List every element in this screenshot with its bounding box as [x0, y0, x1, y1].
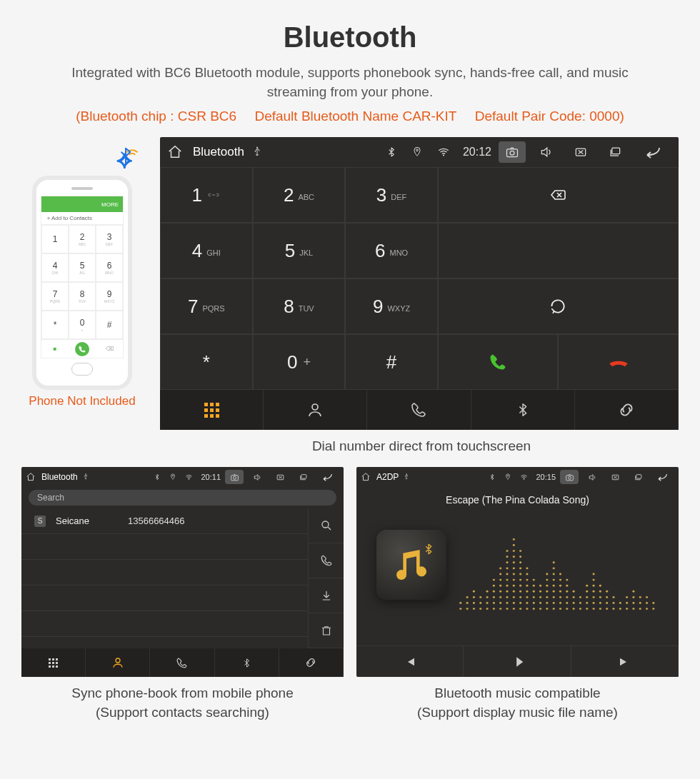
svg-point-116	[566, 608, 568, 610]
svg-point-164	[639, 596, 641, 598]
dial-key-0[interactable]: 0+	[253, 334, 346, 390]
svg-point-104	[553, 585, 555, 587]
tab-bluetooth[interactable]	[471, 390, 575, 430]
close-app-icon[interactable]	[567, 141, 594, 163]
home-icon[interactable]	[26, 472, 37, 482]
svg-point-41	[506, 596, 508, 598]
dial-key-9[interactable]: 9WXYZ	[345, 278, 438, 334]
hangup-button[interactable]	[558, 334, 679, 390]
visualizer	[456, 523, 664, 613]
svg-point-26	[493, 602, 495, 604]
screenshot-icon[interactable]	[560, 470, 579, 484]
home-icon[interactable]	[167, 144, 186, 160]
svg-point-168	[652, 608, 654, 610]
redial-button[interactable]	[438, 278, 679, 334]
status-title: Bluetooth	[193, 145, 244, 159]
status-bar: Bluetooth 20:12	[160, 137, 679, 167]
recents-icon[interactable]	[629, 470, 647, 484]
backspace-button[interactable]	[438, 167, 679, 223]
dial-key-hash[interactable]: #	[345, 334, 438, 390]
svg-point-51	[513, 602, 515, 604]
dial-key-7[interactable]: 7PQRS	[160, 278, 253, 334]
empty-cell[interactable]	[438, 223, 679, 278]
next-button[interactable]	[571, 646, 679, 677]
tab-pair[interactable]	[575, 390, 679, 430]
svg-point-91	[539, 590, 541, 593]
volume-icon[interactable]	[583, 470, 601, 484]
svg-point-143	[599, 596, 601, 598]
svg-point-112	[559, 590, 561, 593]
search-input[interactable]: Search	[29, 490, 336, 506]
svg-point-69	[519, 573, 521, 576]
side-down-icon[interactable]	[308, 578, 344, 613]
back-icon[interactable]	[316, 470, 339, 484]
svg-point-22	[486, 602, 489, 604]
svg-point-158	[632, 608, 634, 610]
tab-calls[interactable]	[367, 390, 471, 430]
svg-point-66	[519, 590, 521, 593]
volume-icon[interactable]	[533, 141, 560, 163]
svg-point-129	[586, 608, 588, 610]
back-icon[interactable]	[651, 470, 674, 484]
tab-dialpad[interactable]	[21, 648, 86, 677]
svg-point-108	[553, 562, 555, 564]
svg-point-48	[506, 556, 508, 558]
svg-point-120	[566, 585, 568, 587]
home-icon[interactable]	[361, 472, 372, 482]
dial-key-2[interactable]: 2ABC	[253, 167, 346, 223]
dial-key-3[interactable]: 3DEF	[345, 167, 438, 223]
phone-key: 4GHI	[41, 253, 69, 282]
dial-key-4[interactable]: 4GHI	[160, 223, 253, 278]
svg-point-13	[466, 596, 469, 598]
dial-key-6[interactable]: 6MNO	[345, 223, 438, 278]
contact-row[interactable]: S Seicane 13566664466	[21, 508, 308, 534]
svg-point-98	[546, 579, 548, 581]
dial-key-8[interactable]: 8TUV	[253, 278, 346, 334]
play-button[interactable]	[464, 646, 571, 677]
side-search-icon[interactable]	[308, 508, 344, 543]
svg-point-31	[499, 608, 501, 610]
spec-name: Default Bluetooth Name CAR-KIT	[254, 109, 456, 124]
headunit-contacts: Bluetooth 20:11 Search S	[21, 467, 344, 677]
svg-point-28	[493, 590, 495, 593]
svg-point-79	[526, 579, 528, 581]
side-delete-icon[interactable]	[308, 613, 344, 648]
side-call-icon[interactable]	[308, 543, 344, 578]
call-button[interactable]	[438, 334, 559, 390]
dial-key-5[interactable]: 5JKL	[253, 223, 346, 278]
svg-point-29	[493, 585, 495, 587]
svg-point-126	[579, 608, 581, 610]
close-app-icon[interactable]	[271, 470, 289, 484]
status-title: Bluetooth	[41, 472, 78, 482]
svg-point-105	[553, 579, 555, 581]
svg-point-137	[593, 590, 595, 593]
screenshot-icon[interactable]	[225, 470, 244, 484]
location-icon	[411, 146, 430, 158]
close-app-icon[interactable]	[606, 470, 624, 484]
volume-icon[interactable]	[248, 470, 266, 484]
svg-point-46	[506, 568, 508, 570]
dial-key-star[interactable]: *	[160, 334, 253, 390]
screenshot-icon[interactable]	[499, 141, 526, 163]
tab-contacts[interactable]	[86, 648, 150, 677]
tab-dialpad[interactable]	[160, 390, 264, 430]
svg-point-77	[526, 590, 528, 593]
back-icon[interactable]	[636, 141, 671, 163]
tab-bluetooth[interactable]	[215, 648, 279, 677]
tab-contacts[interactable]	[264, 390, 367, 430]
svg-point-123	[573, 602, 575, 604]
svg-point-74	[526, 608, 528, 610]
dial-key-1[interactable]: 1	[160, 167, 253, 223]
svg-point-70	[519, 568, 521, 570]
tab-calls[interactable]	[150, 648, 214, 677]
wifi-icon	[185, 473, 196, 481]
svg-point-101	[553, 602, 555, 604]
svg-point-32	[499, 602, 501, 604]
svg-point-140	[593, 573, 595, 576]
recents-icon[interactable]	[601, 141, 629, 163]
svg-point-23	[486, 596, 489, 598]
recents-icon[interactable]	[294, 470, 312, 484]
tab-pair[interactable]	[279, 648, 344, 677]
prev-button[interactable]	[356, 646, 464, 677]
contacts-list[interactable]: S Seicane 13566664466	[21, 508, 308, 648]
